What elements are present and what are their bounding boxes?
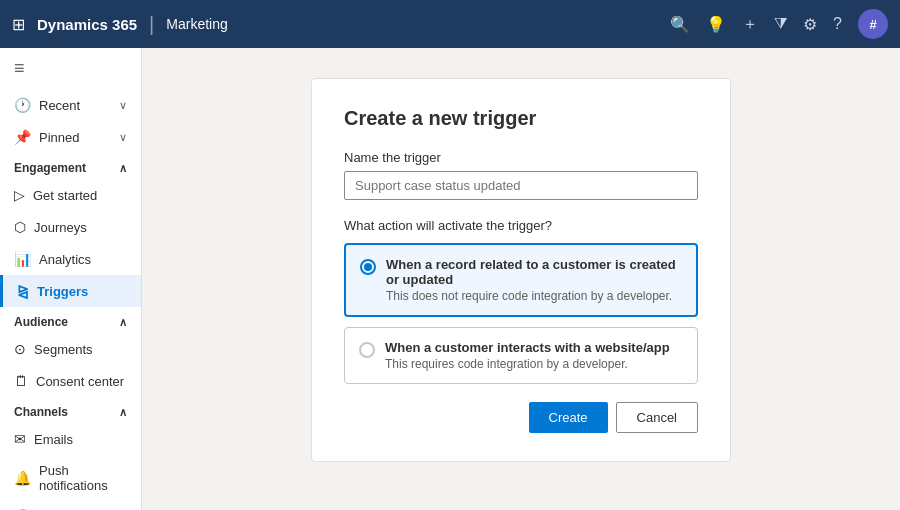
user-avatar[interactable]: # [858,9,888,39]
push-icon: 🔔 [14,470,31,486]
consent-center-label: Consent center [36,374,127,389]
pinned-label: Pinned [39,130,111,145]
get-started-label: Get started [33,188,127,203]
engagement-header-label: Engagement [14,161,86,175]
pin-icon: 📌 [14,129,31,145]
nav-actions: 🔍 💡 ＋ ⧩ ⚙ ? # [670,9,888,39]
create-button[interactable]: Create [529,402,608,433]
recent-icon: 🕐 [14,97,31,113]
sidebar-item-triggers[interactable]: ⧎ Triggers [0,275,141,307]
hamburger-icon[interactable]: ≡ [0,48,141,89]
journeys-icon: ⬡ [14,219,26,235]
grid-icon[interactable]: ⊞ [12,15,25,34]
consent-icon: 🗒 [14,373,28,389]
sidebar-item-pinned[interactable]: 📌 Pinned ∨ [0,121,141,153]
main-content: Create a new trigger Name the trigger Wh… [142,48,900,510]
audience-section-header[interactable]: Audience ∧ [0,307,141,333]
add-icon[interactable]: ＋ [742,14,758,35]
sidebar-item-text-messages[interactable]: 💬 Text messages [0,501,141,510]
layout: ≡ 🕐 Recent ∨ 📌 Pinned ∨ Engagement ∧ ▷ G… [0,48,900,510]
recent-label: Recent [39,98,111,113]
journeys-label: Journeys [34,220,127,235]
audience-chevron-icon: ∧ [119,316,127,329]
card-actions: Create Cancel [344,402,698,433]
module-name: Marketing [166,16,227,32]
option1-row: When a record related to a customer is c… [360,257,682,303]
filter-icon[interactable]: ⧩ [774,15,787,33]
sidebar-item-recent[interactable]: 🕐 Recent ∨ [0,89,141,121]
sidebar-item-journeys[interactable]: ⬡ Journeys [0,211,141,243]
recent-chevron-icon: ∨ [119,99,127,112]
sidebar-item-analytics[interactable]: 📊 Analytics [0,243,141,275]
option1-radio[interactable] [360,259,376,275]
option2-radio[interactable] [359,342,375,358]
sidebar: ≡ 🕐 Recent ∨ 📌 Pinned ∨ Engagement ∧ ▷ G… [0,48,142,510]
action-question: What action will activate the trigger? [344,218,698,233]
option1-text: When a record related to a customer is c… [386,257,682,303]
settings-icon[interactable]: ⚙ [803,15,817,34]
sidebar-item-segments[interactable]: ⊙ Segments [0,333,141,365]
option2-desc: This requires code integration by a deve… [385,357,670,371]
channels-chevron-icon: ∧ [119,406,127,419]
sidebar-item-emails[interactable]: ✉ Emails [0,423,141,455]
triggers-icon: ⧎ [17,283,29,299]
option1-desc: This does not require code integration b… [386,289,682,303]
option1-title: When a record related to a customer is c… [386,257,682,287]
engagement-section-header[interactable]: Engagement ∧ [0,153,141,179]
lightbulb-icon[interactable]: 💡 [706,15,726,34]
analytics-label: Analytics [39,252,127,267]
sidebar-item-get-started[interactable]: ▷ Get started [0,179,141,211]
brand: Dynamics 365 | Marketing [37,13,228,36]
emails-label: Emails [34,432,127,447]
email-icon: ✉ [14,431,26,447]
sidebar-item-consent-center[interactable]: 🗒 Consent center [0,365,141,397]
create-trigger-card: Create a new trigger Name the trigger Wh… [311,78,731,462]
trigger-name-input[interactable] [344,171,698,200]
top-nav: ⊞ Dynamics 365 | Marketing 🔍 💡 ＋ ⧩ ⚙ ? # [0,0,900,48]
analytics-icon: 📊 [14,251,31,267]
channels-section-header[interactable]: Channels ∧ [0,397,141,423]
segments-icon: ⊙ [14,341,26,357]
engagement-chevron-icon: ∧ [119,162,127,175]
name-label: Name the trigger [344,150,698,165]
play-icon: ▷ [14,187,25,203]
cancel-button[interactable]: Cancel [616,402,698,433]
triggers-label: Triggers [37,284,127,299]
brand-name: Dynamics 365 [37,16,137,33]
search-icon[interactable]: 🔍 [670,15,690,34]
segments-label: Segments [34,342,127,357]
card-title: Create a new trigger [344,107,698,130]
option2-text: When a customer interacts with a website… [385,340,670,371]
option2-row: When a customer interacts with a website… [359,340,683,371]
option-customer-interacts[interactable]: When a customer interacts with a website… [344,327,698,384]
help-icon[interactable]: ? [833,15,842,33]
nav-divider: | [149,13,154,36]
pinned-chevron-icon: ∨ [119,131,127,144]
channels-header-label: Channels [14,405,68,419]
push-notifications-label: Push notifications [39,463,127,493]
option2-title: When a customer interacts with a website… [385,340,670,355]
option-record-created[interactable]: When a record related to a customer is c… [344,243,698,317]
audience-header-label: Audience [14,315,68,329]
sidebar-item-push-notifications[interactable]: 🔔 Push notifications [0,455,141,501]
